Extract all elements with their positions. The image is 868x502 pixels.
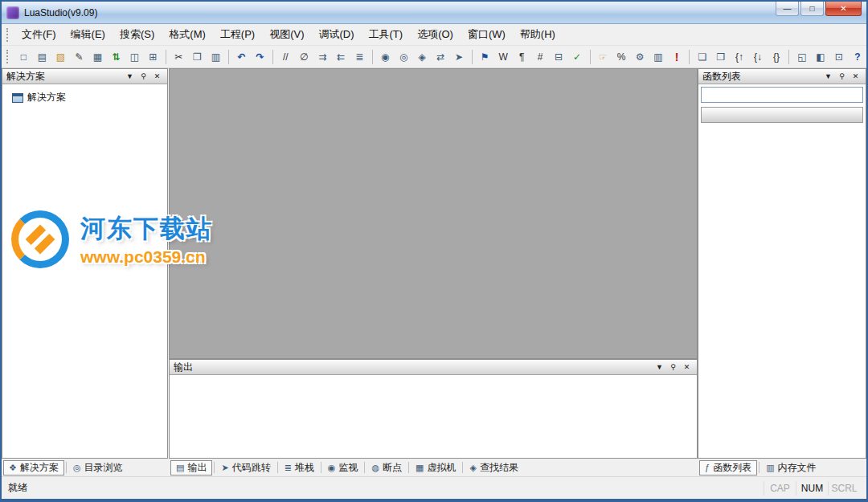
- tab-separator: [462, 462, 463, 473]
- breakpoints-tab-icon: ◍: [371, 463, 379, 473]
- tab-breakpoints[interactable]: ◍ 断点: [366, 460, 407, 475]
- paste-icon[interactable]: ▥: [207, 48, 224, 65]
- file-properties-icon[interactable]: ▦: [89, 48, 106, 65]
- find-next-icon[interactable]: ◎: [395, 48, 412, 65]
- chevron-down-icon[interactable]: ▼: [124, 71, 136, 82]
- tab-label: 目录浏览: [84, 461, 122, 475]
- tab-find-results[interactable]: ◈ 查找结果: [465, 460, 522, 475]
- function-panel-header[interactable]: 函数列表 ▼ ⚲ ✕: [698, 69, 866, 84]
- tab-virtual-machine[interactable]: ▦ 虚拟机: [411, 460, 461, 475]
- fullscreen-icon[interactable]: ◱: [793, 48, 810, 65]
- close-icon[interactable]: ✕: [681, 361, 693, 373]
- menu-debug[interactable]: 调试(D): [311, 24, 361, 45]
- tab-stack[interactable]: ≣ 堆栈: [280, 460, 319, 475]
- editor-client-area: [169, 68, 698, 359]
- undo-icon[interactable]: ↶: [233, 48, 250, 65]
- menubar-grip[interactable]: [6, 28, 10, 42]
- menu-window[interactable]: 窗口(W): [461, 24, 513, 45]
- menu-tools[interactable]: 工具(T): [362, 24, 411, 45]
- tab-directory-browser[interactable]: ◎ 目录浏览: [68, 460, 128, 475]
- tab-label: 查找结果: [480, 461, 518, 475]
- document-map-icon[interactable]: ❏: [694, 48, 710, 65]
- brace-next-icon[interactable]: {↓: [749, 48, 766, 65]
- replace-icon[interactable]: ⇄: [432, 48, 449, 65]
- word-wrap-icon[interactable]: W: [495, 48, 512, 65]
- open-file-icon[interactable]: ▤: [34, 48, 51, 65]
- menu-help[interactable]: 帮助(H): [513, 24, 563, 45]
- outdent-icon[interactable]: ⇇: [333, 48, 350, 65]
- solution-panel-header[interactable]: 解决方案 ▼ ⚲ ✕: [2, 69, 167, 84]
- tab-function-list[interactable]: ƒ 函数列表: [699, 460, 757, 475]
- find-icon[interactable]: ◉: [377, 48, 394, 65]
- goto-line-icon[interactable]: ➤: [451, 48, 468, 65]
- output-tab-icon: ▤: [176, 463, 184, 473]
- toolbar-separator: [372, 50, 373, 64]
- show-paragraph-icon[interactable]: ¶: [514, 48, 530, 65]
- run-icon[interactable]: !: [668, 48, 685, 65]
- ruler-icon[interactable]: ▥: [650, 48, 667, 65]
- tab-memory-files[interactable]: ▥ 内存文件: [761, 460, 821, 475]
- folder-open-icon[interactable]: ▧: [52, 48, 69, 65]
- cut-icon[interactable]: ✂: [170, 48, 187, 65]
- pin-icon[interactable]: ⚲: [836, 71, 848, 82]
- pin-icon[interactable]: ⚲: [667, 361, 679, 373]
- syntax-check-icon[interactable]: ✓: [569, 48, 586, 65]
- maximize-button[interactable]: □: [800, 2, 824, 16]
- find-in-files-icon[interactable]: ◈: [414, 48, 431, 65]
- menu-search[interactable]: 搜索(S): [113, 24, 162, 45]
- sync-files-icon[interactable]: ⇅: [108, 48, 125, 65]
- output-panel-title: 输出: [174, 361, 652, 374]
- file-compare-icon[interactable]: ❒: [712, 48, 729, 65]
- function-panel-title: 函数列表: [702, 70, 821, 84]
- brace-prev-icon[interactable]: {↑: [731, 48, 747, 65]
- save-all-icon[interactable]: ⊞: [145, 48, 162, 65]
- title-bar[interactable]: LuaStudio(v9.09) — □ ✕: [2, 2, 866, 24]
- redo-icon[interactable]: ↷: [252, 48, 268, 65]
- code-fold-icon[interactable]: ⊟: [551, 48, 567, 65]
- edit-source-icon[interactable]: ✎: [71, 48, 88, 65]
- format-align-icon[interactable]: ≣: [351, 48, 368, 65]
- output-content[interactable]: [170, 375, 697, 458]
- brace-match-icon[interactable]: {}: [768, 48, 784, 65]
- function-list-header-strip[interactable]: [701, 107, 863, 123]
- tools-icon[interactable]: ⚙: [632, 48, 649, 65]
- pin-icon[interactable]: ⚲: [137, 71, 149, 82]
- line-numbers-icon[interactable]: #: [532, 48, 549, 65]
- tab-watch[interactable]: ◉ 监视: [323, 460, 363, 475]
- save-icon[interactable]: ◫: [126, 48, 143, 65]
- print-icon[interactable]: ⊡: [830, 48, 847, 65]
- solution-panel-title: 解决方案: [6, 70, 122, 84]
- menu-format[interactable]: 格式(M): [162, 24, 213, 45]
- chevron-down-icon[interactable]: ▼: [653, 361, 665, 373]
- zoom-icon[interactable]: %: [613, 48, 630, 65]
- close-icon[interactable]: ✕: [151, 71, 163, 82]
- tab-solution[interactable]: ❖ 解决方案: [3, 460, 64, 475]
- menu-view[interactable]: 视图(V): [262, 24, 311, 45]
- menu-project[interactable]: 工程(P): [213, 24, 262, 45]
- output-panel-header[interactable]: 输出 ▼ ⚲ ✕: [170, 360, 697, 375]
- bookmark-toggle-icon[interactable]: ⚑: [477, 48, 493, 65]
- memory-files-tab-icon: ▥: [766, 463, 774, 473]
- menu-options[interactable]: 选项(O): [410, 24, 461, 45]
- tree-item-solution[interactable]: 解决方案: [12, 91, 167, 104]
- copy-icon[interactable]: ❐: [189, 48, 206, 65]
- close-button[interactable]: ✕: [825, 2, 862, 16]
- minimize-button[interactable]: —: [776, 2, 799, 16]
- help-icon[interactable]: ?: [849, 48, 866, 65]
- new-file-icon[interactable]: □: [15, 48, 32, 65]
- window-split-icon[interactable]: ◧: [812, 48, 829, 65]
- indent-icon[interactable]: ⇉: [314, 48, 331, 65]
- comment-icon[interactable]: //: [277, 48, 294, 65]
- toolbar-grip[interactable]: [6, 50, 10, 63]
- solution-tree: 解决方案: [2, 84, 167, 104]
- tab-output[interactable]: ▤ 输出: [170, 460, 212, 475]
- close-icon[interactable]: ✕: [850, 71, 862, 82]
- chevron-down-icon[interactable]: ▼: [822, 71, 834, 82]
- uncomment-icon[interactable]: ∅: [296, 48, 313, 65]
- menu-file[interactable]: 文件(F): [14, 24, 63, 45]
- window-controls: — □ ✕: [776, 2, 862, 16]
- menu-edit[interactable]: 编辑(E): [63, 24, 113, 45]
- tab-code-jump[interactable]: ➤ 代码跳转: [216, 460, 275, 475]
- hand-tool-icon[interactable]: ☞: [595, 48, 612, 65]
- function-filter-input[interactable]: [701, 87, 863, 103]
